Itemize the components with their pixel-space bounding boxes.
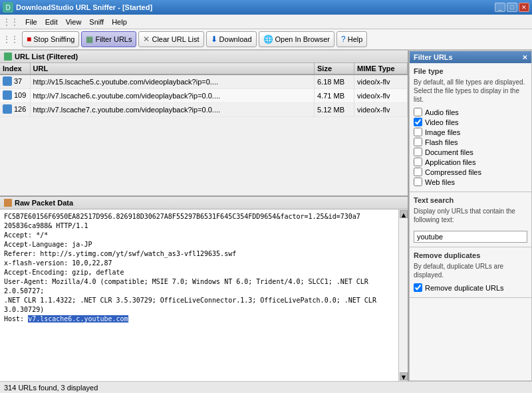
file-type-row-6: Compressed files [414, 168, 527, 176]
col-mime: MIME Type [354, 63, 408, 74]
stop-sniffing-label: Stop Sniffing [33, 35, 74, 43]
file-type-row-5: Application files [414, 158, 527, 166]
cell-index: 37 [0, 74, 30, 89]
scrollbar[interactable]: ▲ ▼ [398, 209, 408, 381]
filter-panel-title: Filter URLs [414, 53, 453, 61]
menu-bar: ⋮⋮ File Edit View Sniff Help [0, 15, 532, 29]
file-type-label-5: Application files [425, 158, 475, 166]
cell-mime: video/x-flv [354, 89, 408, 103]
text-search-desc: Display only URLs that contain the follo… [414, 207, 527, 224]
filter-close-button[interactable]: ✕ [522, 54, 527, 61]
cell-index: 109 [0, 89, 30, 103]
file-type-checkbox-0[interactable] [414, 108, 422, 116]
cell-size: 4.71 MB [315, 89, 354, 103]
file-type-checkbox-3[interactable] [414, 138, 422, 146]
file-type-label-0: Audio files [425, 108, 459, 116]
url-list-icon [4, 53, 12, 61]
file-type-row-0: Audio files [414, 108, 527, 116]
filter-file-type-section: File type By default, all file types are… [410, 63, 531, 192]
filter-panel: Filter URLs ✕ File type By default, all … [409, 51, 532, 381]
file-type-row-1: Video files [414, 118, 527, 126]
download-icon: ⬇ [211, 35, 217, 44]
raw-packet-title: Raw Packet Data [15, 199, 73, 207]
file-type-checkbox-5[interactable] [414, 158, 422, 166]
raw-packet-icon [4, 199, 12, 207]
download-label: Download [219, 35, 252, 43]
status-bar: 314 URLs found, 3 displayed [0, 381, 532, 393]
file-type-checkbox-1[interactable] [414, 118, 422, 126]
file-type-checkbox-4[interactable] [414, 148, 422, 156]
url-list-title: URL List (Filtered) [15, 53, 78, 61]
menu-edit[interactable]: Edit [41, 17, 62, 27]
title-bar: D DownloadStudio URL Sniffer - [Started]… [0, 0, 532, 15]
table-row[interactable]: 109 http://v7.lscache6.c.youtube.com/vid… [0, 89, 408, 103]
remove-duplicate-label: Remove duplicate URLs [425, 284, 504, 292]
filter-text-search-section: Text search Display only URLs that conta… [410, 192, 531, 247]
remove-duplicate-checkbox[interactable] [414, 283, 422, 292]
clear-url-list-label: Clear URL List [152, 35, 199, 43]
window-controls[interactable]: _ □ ✕ [495, 3, 529, 12]
toolbar: ⋮⋮ ■ Stop Sniffing ▦ Filter URLs ✕ Clear… [0, 29, 532, 51]
file-type-label-2: Image files [425, 128, 460, 136]
filter-urls-button[interactable]: ▦ Filter URLs [81, 31, 136, 47]
filter-icon: ▦ [86, 35, 93, 44]
file-type-label-6: Compressed files [425, 168, 481, 176]
file-type-checkbox-6[interactable] [414, 168, 422, 176]
close-button[interactable]: ✕ [519, 3, 529, 12]
download-button[interactable]: ⬇ Download [206, 31, 257, 47]
remove-duplicates-row: Remove duplicate URLs [414, 283, 527, 292]
menu-sniff[interactable]: Sniff [85, 17, 108, 27]
text-search-input[interactable] [414, 231, 527, 243]
raw-packet-header: Raw Packet Data [0, 197, 408, 209]
status-text: 314 URLs found, 3 displayed [4, 384, 98, 392]
raw-packet-section: Raw Packet Data FC5B7E60156F6950EA82517D… [0, 197, 408, 381]
filter-urls-label: Filter URLs [95, 35, 132, 43]
file-type-title: File type [414, 67, 527, 75]
app-icon: D [3, 2, 13, 13]
cell-mime: video/x-flv [354, 74, 408, 89]
file-type-label-4: Document files [425, 148, 473, 156]
file-type-checkboxes: Audio files Video files Image files Flas… [414, 108, 527, 186]
remove-duplicates-desc: By default, duplicate URLs are displayed… [414, 262, 527, 279]
maximize-button[interactable]: □ [507, 3, 517, 12]
open-in-browser-label: Open In Browser [275, 35, 331, 43]
text-search-title: Text search [414, 196, 527, 204]
file-type-checkbox-2[interactable] [414, 128, 422, 136]
highlighted-url: v7.lscache6.c.youtube.com [28, 315, 128, 323]
clear-url-list-button[interactable]: ✕ Clear URL List [138, 31, 203, 47]
cell-url: http://v7.lscache6.c.youtube.com/videopl… [30, 89, 315, 103]
scroll-down[interactable]: ▼ [400, 372, 408, 380]
cell-mime: video/x-flv [354, 103, 408, 117]
col-size: Size [315, 63, 354, 74]
file-type-row-3: Flash files [414, 138, 527, 146]
menu-view[interactable]: View [62, 17, 86, 27]
file-type-checkbox-7[interactable] [414, 178, 422, 186]
stop-sniffing-button[interactable]: ■ Stop Sniffing [22, 31, 79, 47]
col-index: Index [0, 63, 30, 74]
filter-remove-duplicates-section: Remove duplicates By default, duplicate … [410, 247, 531, 298]
browser-icon: 🌐 [263, 35, 273, 44]
cell-url: http://v15.lscache5.c.youtube.com/videop… [30, 74, 315, 89]
menu-file[interactable]: File [21, 17, 41, 27]
filter-panel-header: Filter URLs ✕ [410, 51, 531, 63]
cell-url: http://v7.lscache7.c.youtube.com/videopl… [30, 103, 315, 117]
raw-packet-wrapper: FC5B7E60156F6950EA82517D956.826918D30627… [0, 209, 408, 381]
file-type-row-7: Web files [414, 178, 527, 186]
cell-size: 6.18 MB [315, 74, 354, 89]
menu-help[interactable]: Help [108, 17, 131, 27]
table-row[interactable]: 126 http://v7.lscache7.c.youtube.com/vid… [0, 103, 408, 117]
file-type-label-1: Video files [425, 118, 459, 126]
title-bar-left: D DownloadStudio URL Sniffer - [Started] [3, 2, 152, 13]
url-list-header: URL List (Filtered) [0, 51, 408, 63]
url-table[interactable]: Index URL Size MIME Type 37 http://v15.l… [0, 63, 408, 196]
help-button[interactable]: ? Help [336, 31, 367, 47]
raw-packet-content[interactable]: FC5B7E60156F6950EA82517D956.826918D30627… [0, 209, 398, 381]
open-in-browser-button[interactable]: 🌐 Open In Browser [259, 31, 335, 47]
table-row[interactable]: 37 http://v15.lscache5.c.youtube.com/vid… [0, 74, 408, 89]
stop-icon: ■ [27, 35, 31, 44]
file-type-row-2: Image files [414, 128, 527, 136]
scroll-up[interactable]: ▲ [400, 210, 408, 218]
file-type-label-7: Web files [425, 178, 455, 186]
help-icon: ? [341, 35, 346, 44]
minimize-button[interactable]: _ [495, 3, 505, 12]
